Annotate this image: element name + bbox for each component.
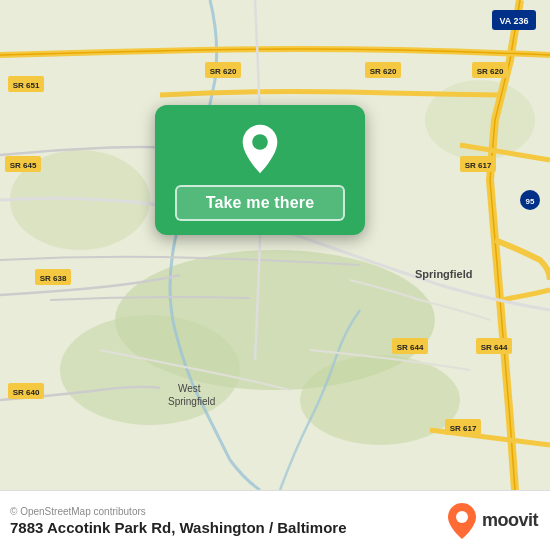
bottom-left: © OpenStreetMap contributors 7883 Accoti…	[10, 506, 346, 536]
svg-text:SR 617: SR 617	[450, 424, 477, 433]
svg-text:SR 644: SR 644	[397, 343, 424, 352]
svg-text:Springfield: Springfield	[415, 268, 472, 280]
take-me-there-button[interactable]: Take me there	[175, 185, 345, 221]
location-pin-icon	[234, 123, 286, 175]
svg-text:SR 620: SR 620	[370, 67, 397, 76]
svg-text:SR 644: SR 644	[481, 343, 508, 352]
moovit-wordmark: moovit	[482, 510, 538, 531]
bottom-bar: © OpenStreetMap contributors 7883 Accoti…	[0, 490, 550, 550]
svg-point-36	[456, 511, 468, 523]
svg-text:SR 617: SR 617	[465, 161, 492, 170]
svg-text:Springfield: Springfield	[168, 396, 215, 407]
svg-text:West: West	[178, 383, 201, 394]
moovit-pin-icon	[446, 502, 478, 540]
svg-text:SR 651: SR 651	[13, 81, 40, 90]
moovit-logo: moovit	[446, 502, 538, 540]
location-card: Take me there	[155, 105, 365, 235]
svg-point-35	[252, 134, 268, 150]
svg-text:SR 645: SR 645	[10, 161, 37, 170]
svg-text:SR 620: SR 620	[210, 67, 237, 76]
map-container: VA 236 SR 651 SR 620 SR 620 SR 620 SR 64…	[0, 0, 550, 490]
svg-text:SR 638: SR 638	[40, 274, 67, 283]
svg-text:SR 640: SR 640	[13, 388, 40, 397]
svg-point-2	[60, 315, 240, 425]
address-text: 7883 Accotink Park Rd, Washington / Balt…	[10, 519, 346, 536]
svg-text:SR 620: SR 620	[477, 67, 504, 76]
copyright-text: © OpenStreetMap contributors	[10, 506, 346, 517]
svg-text:95: 95	[526, 197, 535, 206]
svg-text:VA 236: VA 236	[499, 16, 528, 26]
